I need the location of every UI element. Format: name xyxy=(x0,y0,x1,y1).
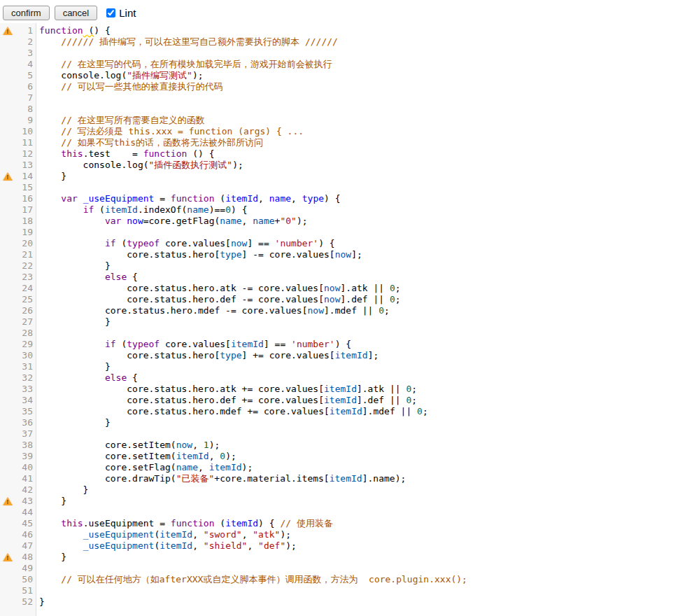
lint-marker-slot xyxy=(0,451,15,462)
code-line[interactable]: 39 core.setItem(itemId, 0); xyxy=(0,451,673,462)
line-gutter: 7 xyxy=(0,92,36,104)
code-line[interactable]: 29 if (typeof core.values[itemId] == 'nu… xyxy=(0,339,673,350)
code-line[interactable]: 18 var now=core.getFlag(name, name+"0"); xyxy=(0,216,673,227)
code-line[interactable]: 52} xyxy=(0,596,673,608)
lint-marker-slot xyxy=(0,361,15,372)
lint-marker-slot xyxy=(0,406,15,417)
code-line[interactable]: 34 core.status.hero.def += core.values[i… xyxy=(0,395,673,406)
code-line[interactable]: 15 xyxy=(0,182,673,193)
cancel-button[interactable]: cancel xyxy=(55,6,98,20)
line-gutter: 43 xyxy=(0,496,36,507)
code-line[interactable]: 30 core.status.hero[type] += core.values… xyxy=(0,350,673,361)
code-line[interactable]: 36 } xyxy=(0,417,673,428)
line-number: 7 xyxy=(15,92,36,104)
code-line[interactable]: 51 xyxy=(0,585,673,596)
warning-triangle-icon[interactable] xyxy=(3,27,13,35)
code-line[interactable]: 35 core.status.hero.mdef += core.values[… xyxy=(0,406,673,417)
line-number: 23 xyxy=(15,272,36,283)
line-number: 14 xyxy=(15,171,36,182)
code-line[interactable]: 26 core.status.hero.mdef -= core.values[… xyxy=(0,305,673,316)
code-line[interactable]: 45 this.useEquipment = function (itemId)… xyxy=(0,518,673,529)
code-line[interactable]: 16 var _useEquipment = function (itemId,… xyxy=(0,193,673,204)
code-line[interactable]: 40 core.setFlag(name, itemId); xyxy=(0,462,673,473)
lint-marker-slot xyxy=(0,59,15,70)
line-number: 29 xyxy=(15,339,36,350)
line-number: 28 xyxy=(15,328,36,339)
lint-marker-slot xyxy=(0,518,15,529)
lint-toggle[interactable]: Lint xyxy=(106,7,136,19)
code-line[interactable]: 12 this.test = function () { xyxy=(0,148,673,160)
lint-marker-slot xyxy=(0,182,15,193)
line-number: 4 xyxy=(15,59,36,70)
code-line[interactable]: 9 // 在这里写所有需要自定义的函数 xyxy=(0,115,673,126)
code-line[interactable]: 10 // 写法必须是 this.xxx = function (args) {… xyxy=(0,126,673,137)
code-line[interactable]: 33 core.status.hero.atk += core.values[i… xyxy=(0,384,673,395)
code-line[interactable]: 7 xyxy=(0,92,673,104)
code-line[interactable]: 1function () { xyxy=(0,25,673,36)
line-number: 36 xyxy=(15,417,36,428)
lint-marker-slot xyxy=(0,574,15,585)
lint-marker-slot xyxy=(0,92,15,104)
code-line[interactable]: 32 else { xyxy=(0,372,673,384)
code-line[interactable]: 47 _useEquipment(itemId, "shield", "def"… xyxy=(0,540,673,552)
code-text xyxy=(36,328,39,339)
code-text: _useEquipment(itemId, "shield", "def"); xyxy=(36,540,297,552)
code-line[interactable]: 6 // 可以写一些其他的被直接执行的代码 xyxy=(0,81,673,92)
line-gutter: 40 xyxy=(0,462,36,473)
code-line[interactable]: 24 core.status.hero.atk -= core.values[n… xyxy=(0,283,673,294)
code-line[interactable]: 41 core.drawTip("已装备"+core.material.item… xyxy=(0,473,673,484)
code-line[interactable]: 22 } xyxy=(0,260,673,272)
lint-marker-slot xyxy=(0,204,15,216)
code-line[interactable]: 49 xyxy=(0,563,673,574)
line-number: 39 xyxy=(15,451,36,462)
lint-checkbox[interactable] xyxy=(106,8,115,18)
code-text: // 在这里写的代码，在所有模块加载完毕后，游戏开始前会被执行 xyxy=(36,59,332,70)
code-line[interactable]: 3 xyxy=(0,48,673,59)
line-gutter: 12 xyxy=(0,148,36,160)
warning-triangle-icon[interactable] xyxy=(3,553,13,561)
confirm-button[interactable]: confirm xyxy=(3,6,50,20)
code-line[interactable]: 37 xyxy=(0,428,673,440)
lint-marker-slot xyxy=(0,227,15,238)
code-line[interactable]: 2 ////// 插件编写，可以在这里写自己额外需要执行的脚本 ////// xyxy=(0,36,673,48)
lint-marker-slot xyxy=(0,160,15,171)
warning-triangle-icon[interactable] xyxy=(3,497,13,505)
code-line[interactable]: 5 console.log("插件编写测试"); xyxy=(0,70,673,81)
code-line[interactable]: 44 xyxy=(0,507,673,518)
code-line[interactable]: 20 if (typeof core.values[now] == 'numbe… xyxy=(0,238,673,249)
code-line[interactable]: 28 xyxy=(0,328,673,339)
code-line[interactable]: 11 // 如果不写this的话，函数将无法被外部所访问 xyxy=(0,137,673,148)
code-line[interactable]: 25 core.status.hero.def -= core.values[n… xyxy=(0,294,673,305)
line-gutter: 51 xyxy=(0,585,36,596)
line-gutter: 4 xyxy=(0,59,36,70)
line-gutter: 19 xyxy=(0,227,36,238)
code-line[interactable]: 13 console.log("插件函数执行测试"); xyxy=(0,160,673,171)
code-text xyxy=(36,104,39,115)
code-text: core.status.hero.def -= core.values[now]… xyxy=(36,294,401,305)
code-editor[interactable]: 1function () {2 ////// 插件编写，可以在这里写自己额外需要… xyxy=(0,23,673,616)
code-line[interactable]: 42 } xyxy=(0,484,673,496)
code-line[interactable]: 23 else { xyxy=(0,272,673,283)
lint-marker-slot xyxy=(0,48,15,59)
line-gutter: 1 xyxy=(0,25,36,36)
code-line[interactable]: 4 // 在这里写的代码，在所有模块加载完毕后，游戏开始前会被执行 xyxy=(0,59,673,70)
code-line[interactable]: 8 xyxy=(0,104,673,115)
code-line[interactable]: 19 xyxy=(0,227,673,238)
code-line[interactable]: 38 core.setItem(now, 1); xyxy=(0,440,673,451)
code-line[interactable]: 14 } xyxy=(0,171,673,182)
code-line[interactable]: 21 core.status.hero[type] -= core.values… xyxy=(0,249,673,260)
code-line[interactable]: 27 } xyxy=(0,316,673,328)
warning-triangle-icon[interactable] xyxy=(3,172,13,181)
lint-marker-slot xyxy=(0,126,15,137)
code-line[interactable]: 48 } xyxy=(0,552,673,563)
code-line[interactable]: 46 _useEquipment(itemId, "sword", "atk")… xyxy=(0,529,673,540)
code-line[interactable]: 31 } xyxy=(0,361,673,372)
line-gutter: 16 xyxy=(0,193,36,204)
code-line[interactable]: 17 if (itemId.indexOf(name)==0) { xyxy=(0,204,673,216)
line-number: 47 xyxy=(15,540,36,552)
line-number: 9 xyxy=(15,115,36,126)
lint-marker-slot xyxy=(0,216,15,227)
code-line[interactable]: 50 // 可以在任何地方（如afterXXX或自定义脚本事件）调用函数，方法为… xyxy=(0,574,673,585)
code-line[interactable]: 43 } xyxy=(0,496,673,507)
line-number: 8 xyxy=(15,104,36,115)
